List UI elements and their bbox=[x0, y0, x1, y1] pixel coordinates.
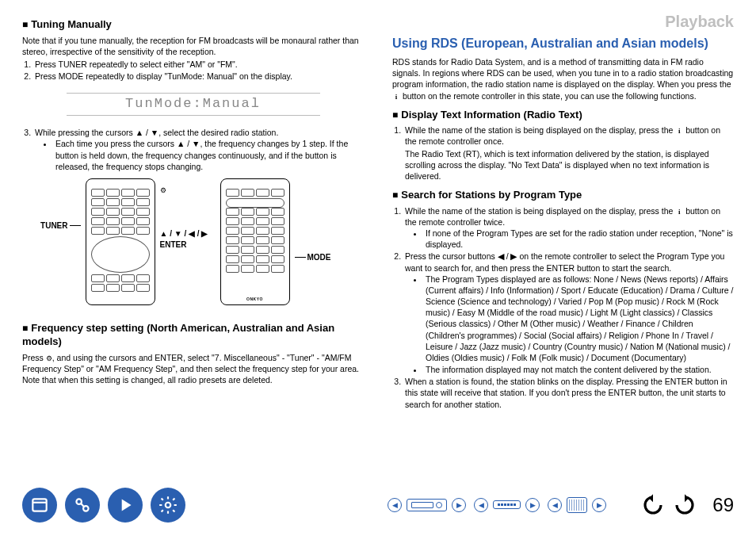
info-icon: i bbox=[675, 127, 683, 135]
rear-panel-link[interactable]: ◀ ▶ bbox=[474, 498, 540, 512]
tuning-steps-list: Press TUNER repeatedly to select either … bbox=[33, 59, 364, 82]
search-steps: While the name of the station is being d… bbox=[403, 205, 734, 410]
tuning-step-1: Press TUNER repeatedly to select either … bbox=[33, 59, 364, 70]
book-icon[interactable] bbox=[22, 488, 57, 523]
svg-rect-0 bbox=[32, 499, 46, 511]
search-step-1-bullet: If none of the Program Types are set for… bbox=[424, 228, 734, 250]
cables-icon[interactable] bbox=[65, 488, 100, 523]
tuning-step-3-bullet: Each time you press the cursors ▲ / ▼, t… bbox=[54, 138, 364, 172]
remote-link[interactable]: ◀ ▶ bbox=[548, 497, 606, 513]
search-step-2-bullet-2: The information displayed may not match … bbox=[424, 364, 734, 375]
svg-point-3 bbox=[166, 503, 171, 508]
remote-illustration: TUNER bbox=[22, 178, 364, 313]
callout-mode: MODE bbox=[307, 252, 363, 263]
tuning-step-2: Press MODE repeatedly to display "TunMod… bbox=[33, 71, 364, 82]
tuning-note: Note that if you tune manually, the rece… bbox=[22, 35, 364, 57]
gear-icon[interactable] bbox=[151, 488, 185, 523]
lcd-display: TunMode:Manual bbox=[67, 93, 320, 116]
remote-brand-label: ONKYO bbox=[221, 297, 289, 302]
heading-search-program-type: ■Search for Stations by Program Type bbox=[392, 188, 734, 202]
heading-tuning-manually: ■Tuning Manually bbox=[22, 17, 364, 32]
tuning-step-3: While pressing the cursors ▲ / ▼, select… bbox=[33, 127, 364, 172]
page-number: 69 bbox=[712, 492, 734, 518]
gear-small-icon: ⚙ bbox=[160, 186, 166, 195]
remote-back: ONKYO bbox=[220, 178, 290, 305]
front-panel-link[interactable]: ◀ ▶ bbox=[388, 498, 466, 512]
tuning-steps-list-cont: While pressing the cursors ▲ / ▼, select… bbox=[33, 127, 364, 172]
breadcrumb: Playback bbox=[392, 11, 734, 33]
remote-front bbox=[86, 178, 155, 305]
info-icon: i bbox=[675, 208, 683, 216]
callout-arrows-enter: ▲ / ▼ / ◀ / ▶ENTER bbox=[160, 228, 216, 250]
forward-arrow-icon[interactable] bbox=[673, 493, 697, 517]
search-step-2-bullet-1: The Program Types displayed are as follo… bbox=[424, 274, 734, 363]
gear-inline-icon: ⚙ bbox=[46, 354, 52, 363]
info-icon: i bbox=[392, 93, 400, 101]
frequency-step-body: Press ⚙, and using the cursors and ENTER… bbox=[22, 352, 364, 386]
search-step-1: While the name of the station is being d… bbox=[403, 205, 734, 251]
back-arrow-icon[interactable] bbox=[641, 493, 665, 517]
callout-tuner: TUNER bbox=[24, 220, 68, 232]
heading-frequency-step: ■Frequency step setting (North American,… bbox=[22, 321, 364, 349]
play-icon[interactable] bbox=[108, 488, 143, 523]
rds-body: RDS stands for Radio Data System, and is… bbox=[392, 56, 734, 101]
radio-text-step-1: While the name of the station is being d… bbox=[403, 124, 734, 182]
radio-text-steps: While the name of the station is being d… bbox=[403, 124, 734, 182]
search-step-2: Press the cursor buttons ◀ / ▶ on the re… bbox=[403, 251, 734, 375]
heading-rds: Using RDS (European, Australian and Asia… bbox=[392, 36, 734, 52]
heading-radio-text: ■Display Text Information (Radio Text) bbox=[392, 108, 734, 122]
footer-nav: ◀ ▶ ◀ ▶ ◀ ▶ 69 bbox=[22, 482, 734, 528]
search-step-3: When a station is found, the station bli… bbox=[403, 376, 734, 410]
